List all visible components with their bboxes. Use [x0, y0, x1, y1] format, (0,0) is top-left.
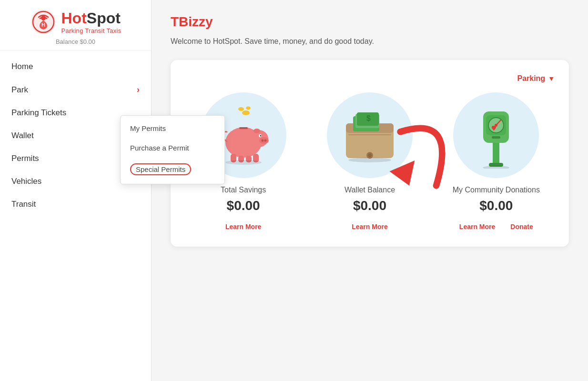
dashboard-grid: Total Savings $0.00 Learn More [185, 92, 555, 232]
svg-rect-23 [348, 134, 391, 135]
page-title: TBizzy [171, 14, 569, 30]
savings-learn-more-button[interactable]: Learn More [222, 221, 265, 232]
sidebar: H HotSpot Parking Transit Taxis Balance … [0, 0, 152, 381]
logo-area: H HotSpot Parking Transit Taxis Balance … [0, 0, 151, 50]
donations-learn-more-button[interactable]: Learn More [456, 221, 499, 232]
svg-text:H: H [41, 22, 45, 28]
dropdown-item-special-permits[interactable]: Special Permits [121, 158, 224, 181]
sidebar-item-label-wallet: Wallet [11, 131, 34, 140]
card-header: Parking ▼ [185, 74, 555, 83]
main-content: TBizzy Welcome to HotSpot. Save time, mo… [152, 0, 588, 381]
savings-actions: Learn More [222, 221, 265, 232]
parking-dropdown[interactable]: Parking ▼ [517, 74, 555, 83]
dropdown-item-purchase-permit[interactable]: Purchase a Permit [121, 138, 224, 158]
svg-text:$: $ [366, 114, 371, 122]
wallet-label: Wallet Balance [345, 186, 395, 194]
svg-rect-15 [239, 127, 248, 129]
welcome-message: Welcome to HotSpot. Save time, money, an… [171, 37, 569, 46]
wallet-icon: $ [339, 107, 401, 164]
donations-illustration-bg [453, 92, 539, 178]
balance-display: Balance $0.00 [56, 38, 95, 45]
wallet-illustration-bg: $ [327, 92, 413, 178]
dashboard-card: Parking ▼ [171, 60, 569, 247]
hotspot-logo-icon: H [30, 9, 57, 35]
dashboard-item-wallet: $ Wallet Balance $0.00 Learn More [313, 92, 427, 232]
svg-point-20 [225, 160, 262, 165]
nav-menu: Home Park › Parking Tickets Wallet Permi… [0, 50, 151, 381]
wallet-actions: Learn More [348, 221, 391, 232]
savings-amount: $0.00 [227, 198, 260, 213]
donations-label: My Community Donations [453, 186, 540, 194]
svg-point-9 [259, 137, 269, 144]
sidebar-item-label-permits: Permits [11, 154, 39, 163]
chevron-right-icon: › [137, 85, 140, 95]
permits-dropdown: My Permits Purchase a Permit Special Per… [120, 115, 225, 184]
wallet-amount: $0.00 [353, 198, 386, 213]
sidebar-item-label-vehicles: Vehicles [11, 177, 41, 186]
sidebar-item-label-park: Park [11, 85, 28, 95]
donations-actions: Learn More Donate [456, 221, 537, 232]
svg-rect-37 [492, 136, 500, 139]
dashboard-item-donations: My Community Donations $0.00 Learn More … [439, 92, 553, 232]
sidebar-item-park[interactable]: Park › [0, 78, 151, 101]
parking-meter-icon [470, 102, 522, 169]
donations-amount: $0.00 [479, 198, 513, 213]
svg-point-14 [253, 129, 260, 133]
special-permits-label: Special Permits [130, 163, 191, 175]
sidebar-item-home[interactable]: Home [0, 55, 151, 78]
svg-point-6 [246, 107, 251, 110]
svg-point-30 [348, 158, 391, 162]
sidebar-item-label-parking-tickets: Parking Tickets [11, 108, 66, 118]
parking-dropdown-label: Parking [517, 74, 545, 83]
logo-title: HotSpot [61, 10, 122, 27]
logo-subtitle: Parking Transit Taxis [61, 27, 122, 34]
savings-label: Total Savings [221, 186, 266, 194]
chevron-down-icon: ▼ [548, 75, 555, 82]
svg-point-25 [368, 153, 372, 157]
svg-point-39 [483, 166, 509, 169]
donations-donate-button[interactable]: Donate [507, 221, 537, 232]
svg-rect-31 [493, 140, 499, 166]
wallet-learn-more-button[interactable]: Learn More [348, 221, 391, 232]
svg-point-10 [261, 140, 264, 142]
dropdown-item-my-permits[interactable]: My Permits [121, 119, 224, 138]
svg-point-4 [242, 110, 250, 115]
sidebar-item-label-home: Home [11, 62, 33, 71]
svg-point-5 [238, 107, 244, 111]
svg-point-11 [264, 140, 266, 142]
sidebar-item-transit[interactable]: Transit [0, 193, 151, 216]
svg-point-13 [260, 135, 261, 137]
sidebar-item-label-transit: Transit [11, 200, 36, 209]
